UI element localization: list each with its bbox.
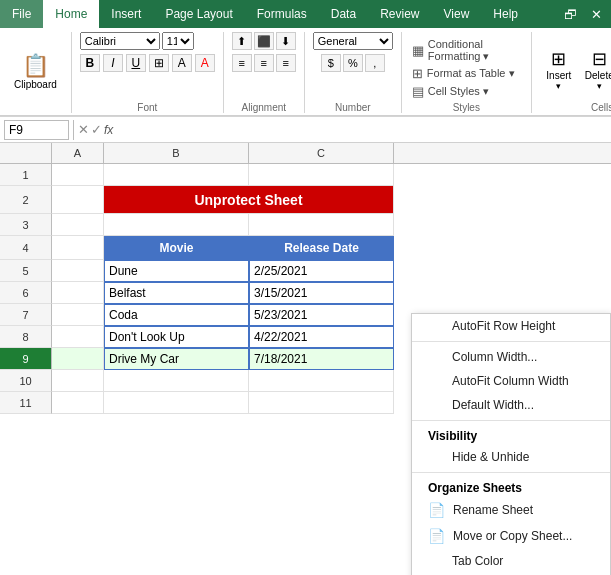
cell-a8[interactable] xyxy=(52,326,104,348)
cell-c5[interactable]: 2/25/2021 xyxy=(249,260,394,282)
tab-page-layout[interactable]: Page Layout xyxy=(153,0,244,28)
row-num-7[interactable]: 7 xyxy=(0,304,52,326)
row-num-3[interactable]: 3 xyxy=(0,214,52,236)
autofit-column-width-item[interactable]: AutoFit Column Width xyxy=(412,369,610,393)
align-top-btn[interactable]: ⬆ xyxy=(232,32,252,50)
cell-b6[interactable]: Belfast xyxy=(104,282,249,304)
row-num-1[interactable]: 1 xyxy=(0,164,52,186)
cell-a6[interactable] xyxy=(52,282,104,304)
align-center-btn[interactable]: ≡ xyxy=(254,54,274,72)
col-header-c[interactable]: C xyxy=(249,143,394,163)
tab-view[interactable]: View xyxy=(432,0,482,28)
cell-b10[interactable] xyxy=(104,370,249,392)
row-num-11[interactable]: 11 xyxy=(0,392,52,414)
cell-b4-header[interactable]: Movie xyxy=(104,236,249,260)
border-btn[interactable]: ⊞ xyxy=(149,54,169,72)
cell-a2[interactable] xyxy=(52,186,104,214)
cell-c4-header[interactable]: Release Date xyxy=(249,236,394,260)
move-copy-sheet-item[interactable]: 📄 Move or Copy Sheet... xyxy=(412,523,610,549)
tab-review[interactable]: Review xyxy=(368,0,431,28)
font-group-label: Font xyxy=(137,100,157,113)
tab-formulas[interactable]: Formulas xyxy=(245,0,319,28)
tab-file[interactable]: File xyxy=(0,0,43,28)
hide-unhide-item[interactable]: Hide & Unhide xyxy=(412,445,610,469)
rename-sheet-icon: 📄 xyxy=(428,502,445,518)
autofit-row-height-item[interactable]: AutoFit Row Height xyxy=(412,314,610,338)
cell-b5[interactable]: Dune xyxy=(104,260,249,282)
currency-btn[interactable]: $ xyxy=(321,54,341,72)
cell-b7[interactable]: Coda xyxy=(104,304,249,326)
format-as-table-btn[interactable]: ⊞ Format as Table ▾ xyxy=(410,65,523,82)
col-header-a[interactable]: A xyxy=(52,143,104,163)
tab-color-item[interactable]: Tab Color xyxy=(412,549,610,573)
cell-b1[interactable] xyxy=(104,164,249,186)
rename-sheet-item[interactable]: 📄 Rename Sheet xyxy=(412,497,610,523)
insert-btn[interactable]: ⊞ Insert ▾ xyxy=(540,45,578,94)
cell-b11[interactable] xyxy=(104,392,249,414)
tab-help[interactable]: Help xyxy=(481,0,530,28)
align-middle-btn[interactable]: ⬛ xyxy=(254,32,274,50)
formula-input[interactable] xyxy=(117,120,607,140)
cell-c9[interactable]: 7/18/2021 xyxy=(249,348,394,370)
cell-b9[interactable]: Drive My Car xyxy=(104,348,249,370)
row-num-2[interactable]: 2 xyxy=(0,186,52,214)
font-name-select[interactable]: Calibri xyxy=(80,32,160,50)
row-num-10[interactable]: 10 xyxy=(0,370,52,392)
align-right-btn[interactable]: ≡ xyxy=(276,54,296,72)
tab-insert[interactable]: Insert xyxy=(99,0,153,28)
cell-c10[interactable] xyxy=(249,370,394,392)
percent-btn[interactable]: % xyxy=(343,54,363,72)
cell-c6[interactable]: 3/15/2021 xyxy=(249,282,394,304)
row-num-6[interactable]: 6 xyxy=(0,282,52,304)
cell-b2-unprotect[interactable]: Unprotect Sheet xyxy=(104,186,394,214)
default-width-item[interactable]: Default Width... xyxy=(412,393,610,417)
italic-btn[interactable]: I xyxy=(103,54,123,72)
font-size-select[interactable]: 11 xyxy=(162,32,194,50)
cell-a11[interactable] xyxy=(52,392,104,414)
number-group: General $ % , Number xyxy=(305,32,402,113)
col-header-b[interactable]: B xyxy=(104,143,249,163)
font-color-btn[interactable]: A xyxy=(195,54,215,72)
cell-a10[interactable] xyxy=(52,370,104,392)
row-num-4[interactable]: 4 xyxy=(0,236,52,260)
cell-a4[interactable] xyxy=(52,236,104,260)
cell-b8[interactable]: Don't Look Up xyxy=(104,326,249,348)
cell-reference-box[interactable]: F9 xyxy=(4,120,69,140)
cell-a1[interactable] xyxy=(52,164,104,186)
cell-c11[interactable] xyxy=(249,392,394,414)
tab-home[interactable]: Home xyxy=(43,0,99,28)
conditional-formatting-btn[interactable]: ▦ Conditional Formatting ▾ xyxy=(410,37,523,64)
cell-a3[interactable] xyxy=(52,214,104,236)
number-format-select[interactable]: General xyxy=(313,32,393,50)
row-num-9[interactable]: 9 xyxy=(0,348,52,370)
fill-color-btn[interactable]: A xyxy=(172,54,192,72)
cell-b3[interactable] xyxy=(104,214,249,236)
styles-group-label: Styles xyxy=(453,100,480,113)
cell-a7[interactable] xyxy=(52,304,104,326)
cancel-formula-btn[interactable]: ✕ xyxy=(78,122,89,137)
alignment-group-label: Alignment xyxy=(242,100,286,113)
align-bottom-btn[interactable]: ⬇ xyxy=(276,32,296,50)
ribbon-close-btn[interactable]: ✕ xyxy=(586,5,607,24)
cell-a9[interactable] xyxy=(52,348,104,370)
cell-c7[interactable]: 5/23/2021 xyxy=(249,304,394,326)
insert-function-btn[interactable]: fx xyxy=(104,123,113,137)
row-num-5[interactable]: 5 xyxy=(0,260,52,282)
underline-btn[interactable]: U xyxy=(126,54,146,72)
bold-btn[interactable]: B xyxy=(80,54,100,72)
align-left-btn[interactable]: ≡ xyxy=(232,54,252,72)
cell-c1[interactable] xyxy=(249,164,394,186)
tab-data[interactable]: Data xyxy=(319,0,368,28)
comma-btn[interactable]: , xyxy=(365,54,385,72)
confirm-formula-btn[interactable]: ✓ xyxy=(91,122,102,137)
column-width-item[interactable]: Column Width... xyxy=(412,345,610,369)
row-num-8[interactable]: 8 xyxy=(0,326,52,348)
clipboard-btn[interactable]: 📋 Clipboard xyxy=(8,43,63,103)
ribbon-minimize-btn[interactable]: 🗗 xyxy=(559,5,582,24)
delete-btn[interactable]: ⊟ Delete ▾ xyxy=(580,45,611,94)
cell-c8[interactable]: 4/22/2021 xyxy=(249,326,394,348)
clipboard-icon: 📋 xyxy=(22,55,49,77)
cell-a5[interactable] xyxy=(52,260,104,282)
cell-styles-btn[interactable]: ▤ Cell Styles ▾ xyxy=(410,83,523,100)
cell-c3[interactable] xyxy=(249,214,394,236)
